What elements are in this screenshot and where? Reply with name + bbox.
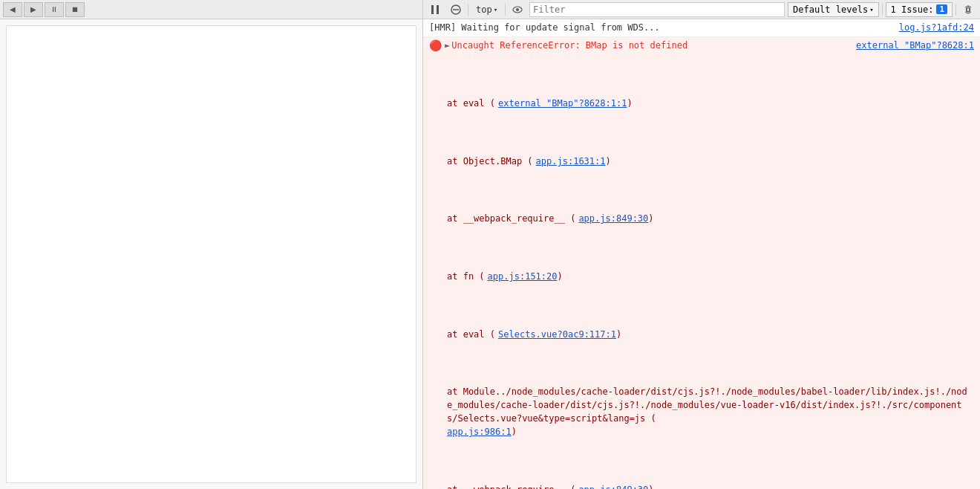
error-icon: 🔴: [429, 39, 442, 54]
settings-button[interactable]: [959, 2, 977, 17]
stack-link-2[interactable]: app.js:1631:1: [536, 155, 606, 168]
default-levels-button[interactable]: Default levels ▾: [788, 2, 879, 17]
devtools-console: top ▾ Default levels ▾ 1 Issue: 1: [423, 0, 980, 489]
left-panel-content: [6, 25, 416, 483]
error-stack-trace: at eval (external "BMap"?8628:1:1) at Ob…: [429, 54, 974, 489]
issue-count-badge: 1: [936, 4, 947, 14]
error-source-link[interactable]: external "BMap"?8628:1: [856, 39, 974, 53]
hmr-log-line: [HMR] Waiting for update signal from WDS…: [423, 19, 980, 37]
stack-link-7[interactable]: app.js:849:30: [578, 483, 648, 489]
console-toolbar: top ▾ Default levels ▾ 1 Issue: 1: [423, 0, 980, 19]
separator-3: [882, 4, 883, 16]
left-panel: ◀ ▶ ⏸ ⏹: [0, 0, 423, 489]
error-first-line: 🔴 ► Uncaught ReferenceError: BMap is not…: [429, 39, 974, 54]
hmr-source-link[interactable]: log.js?1afd:24: [899, 21, 974, 35]
issues-label: 1 Issue:: [891, 4, 934, 15]
default-levels-label: Default levels: [793, 4, 868, 15]
stack-line-5: at eval (Selects.vue?0ac9:117:1): [429, 327, 974, 342]
stack-line-1: at eval (external "BMap"?8628:1:1): [429, 96, 974, 111]
issues-button[interactable]: 1 Issue: 1: [886, 2, 953, 17]
separator-1: [468, 4, 468, 16]
stack-line-4: at fn (app.js:151:20): [429, 269, 974, 284]
svg-rect-0: [431, 5, 434, 14]
filter-input[interactable]: [529, 2, 785, 17]
hmr-message: [HMR] Waiting for update signal from WDS…: [429, 21, 899, 35]
separator-4: [956, 4, 956, 16]
toolbar-btn-1[interactable]: ◀: [3, 2, 22, 17]
stack-line-7: at __webpack_require__ (app.js:849:30): [429, 482, 974, 489]
toolbar-btn-3[interactable]: ⏸: [45, 2, 64, 17]
stack-line-3: at __webpack_require__ (app.js:849:30): [429, 211, 974, 226]
expand-error-arrow[interactable]: ►: [445, 39, 450, 53]
left-panel-toolbar: ◀ ▶ ⏸ ⏹: [0, 0, 422, 19]
context-label: top: [476, 4, 492, 15]
stack-line-2: at Object.BMap (app.js:1631:1): [429, 154, 974, 169]
stack-link-3[interactable]: app.js:849:30: [578, 212, 648, 225]
stack-link-6[interactable]: app.js:986:1: [447, 425, 512, 438]
chevron-down-icon: ▾: [494, 6, 497, 13]
clear-button[interactable]: [447, 2, 465, 17]
pause-button[interactable]: [426, 2, 444, 17]
toolbar-btn-4[interactable]: ⏹: [65, 2, 85, 17]
error-block: 🔴 ► Uncaught ReferenceError: BMap is not…: [423, 37, 980, 489]
svg-point-5: [516, 8, 519, 11]
toolbar-btn-2[interactable]: ▶: [24, 2, 43, 17]
stack-link-5[interactable]: Selects.vue?0ac9:117:1: [498, 328, 616, 341]
console-output[interactable]: [HMR] Waiting for update signal from WDS…: [423, 19, 980, 489]
error-message: Uncaught ReferenceError: BMap is not def…: [451, 39, 856, 53]
stack-link-1[interactable]: external "BMap"?8628:1:1: [498, 97, 627, 110]
stack-line-6: at Module../node_modules/cache-loader/di…: [429, 384, 974, 439]
context-dropdown[interactable]: top ▾: [471, 2, 502, 17]
levels-chevron-icon: ▾: [869, 6, 873, 13]
svg-rect-1: [437, 5, 439, 14]
eye-button[interactable]: [509, 2, 526, 17]
separator-2: [505, 4, 506, 16]
stack-link-4[interactable]: app.js:151:20: [488, 270, 558, 283]
